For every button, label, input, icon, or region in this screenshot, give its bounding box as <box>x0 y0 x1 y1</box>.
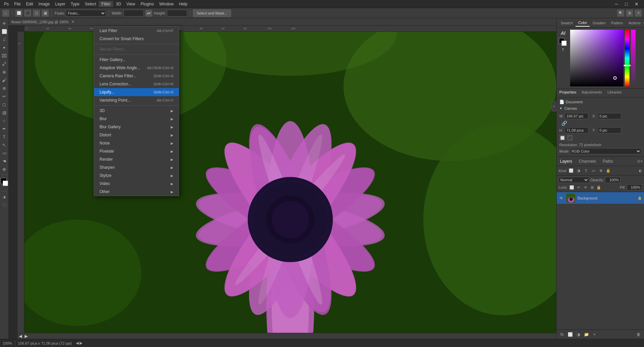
move-tool[interactable]: ✛ <box>1 20 8 27</box>
delete-layer-btn[interactable]: 🗑 <box>635 331 642 338</box>
layer-visibility-eye[interactable]: 👁 <box>559 195 564 201</box>
filter-menu-camera[interactable]: Camera Raw Filter... Shift+Ctrl+A <box>94 72 179 80</box>
select-mask-btn[interactable]: Select and Mask... <box>193 9 231 17</box>
filter-menu-pixelate[interactable]: Pixelate ▶ <box>94 147 179 155</box>
canvas-y-input[interactable] <box>598 127 621 133</box>
shape-tool[interactable]: ▭ <box>1 149 8 157</box>
tab-paths[interactable]: Paths <box>599 158 617 165</box>
status-arrows[interactable]: ◀ ▶ <box>75 341 84 345</box>
filter-toggle[interactable]: ◐ <box>639 169 642 172</box>
menu-layer[interactable]: Layer <box>52 1 68 7</box>
add-mask-btn[interactable]: ⬜ <box>567 331 573 338</box>
filter-menu-other[interactable]: Other ▶ <box>94 188 179 196</box>
height-input[interactable] <box>167 10 187 17</box>
lock-paint-btn[interactable]: ✏ <box>576 184 582 190</box>
filter-menu-stylize[interactable]: Stylize ▶ <box>94 171 179 180</box>
tab-color[interactable]: Color <box>576 19 590 27</box>
add-style-btn[interactable]: fx <box>559 331 565 338</box>
filter-shape-btn[interactable]: ▭ <box>590 168 596 174</box>
filter-menu-smart[interactable]: Convert for Smart Filters <box>94 35 179 43</box>
scroll-right[interactable]: ▶ <box>23 334 29 339</box>
lock-trans-btn[interactable]: ⬜ <box>569 184 575 190</box>
document-section-header[interactable]: 📄 Document <box>559 100 641 104</box>
share-icon[interactable]: ↗ <box>635 9 642 17</box>
canvas-x-input[interactable] <box>598 113 621 119</box>
menu-help[interactable]: Help <box>176 1 190 7</box>
filter-smart-btn[interactable]: ⊕ <box>598 168 604 174</box>
lock-artboard-btn[interactable]: ⊞ <box>589 184 595 190</box>
mask-mode[interactable]: ◑ <box>1 193 8 201</box>
tab-pattern[interactable]: Pattern <box>609 20 626 26</box>
color-gradient-picker[interactable] <box>570 30 623 86</box>
menu-type[interactable]: Type <box>68 1 82 7</box>
color-opacity-strip[interactable] <box>631 30 636 86</box>
filter-menu-neural[interactable]: Neural Filters... <box>94 45 179 53</box>
menu-view[interactable]: View <box>124 1 138 7</box>
selection-tool[interactable]: ⬜ <box>15 9 23 17</box>
menu-window[interactable]: Window <box>157 1 176 7</box>
filter-menu-distort[interactable]: Distort ▶ <box>94 131 179 139</box>
history-tool[interactable]: ↩ <box>1 92 8 100</box>
filter-menu-sharpen[interactable]: Sharpen ▶ <box>94 163 179 171</box>
menu-select[interactable]: Select <box>82 1 99 7</box>
panel-collapse-btn[interactable]: » <box>552 101 556 111</box>
menu-3d[interactable]: 3D <box>113 1 123 7</box>
filter-menu-blur-gallery[interactable]: Blur Gallery ▶ <box>94 123 179 131</box>
add-group-btn[interactable]: 📁 <box>583 331 590 338</box>
close-btn[interactable]: ✕ <box>632 1 641 7</box>
opacity-input[interactable] <box>605 177 620 183</box>
tab-channels[interactable]: Channels <box>576 158 599 165</box>
menu-image[interactable]: Image <box>36 1 52 7</box>
lock-position-btn[interactable]: ✛ <box>582 184 588 190</box>
filter-menu-video[interactable]: Video ▶ <box>94 180 179 188</box>
lock-all-btn[interactable]: 🔒 <box>596 184 602 190</box>
tab-properties[interactable]: Properties <box>557 89 579 97</box>
filter-menu-noise[interactable]: Noise ▶ <box>94 139 179 147</box>
search-icon[interactable]: 🔍 <box>617 9 624 17</box>
filter-menu-last[interactable]: Last Filter Alt+Ctrl+F <box>94 27 179 35</box>
filter-adj-btn[interactable]: ◑ <box>576 168 582 174</box>
filter-menu-blur[interactable]: Blur ▶ <box>94 115 179 123</box>
tab-actions[interactable]: Actions <box>626 20 643 26</box>
width-input[interactable] <box>123 10 144 17</box>
layers-panel-menu[interactable]: ≡ <box>641 159 643 163</box>
marquee-tool[interactable]: ⬛ <box>24 9 31 17</box>
canvas-tab-close[interactable]: ✕ <box>72 20 74 24</box>
filter-menu-gallery[interactable]: Filter Gallery... <box>94 56 179 64</box>
bg-color-swatch[interactable] <box>561 41 567 46</box>
tab-layers[interactable]: Layers <box>557 158 576 165</box>
screen-mode[interactable]: ⬛ <box>1 201 8 209</box>
magic-tool[interactable]: ▦ <box>41 9 49 17</box>
filter-menu-vanishing[interactable]: Vanishing Point... Alt+Ctrl+V <box>94 96 179 104</box>
portrait-btn[interactable]: ⬜ <box>559 135 565 141</box>
canvas-section-header[interactable]: ▼ Canvas <box>559 106 641 110</box>
menu-ps[interactable]: Ps <box>1 1 11 7</box>
filter-menu-render[interactable]: Render ▶ <box>94 155 179 163</box>
mode-select[interactable]: RGB Color <box>570 148 641 154</box>
hue-gradient[interactable] <box>625 30 629 86</box>
filter-menu-liquify[interactable]: Liquify... Shift+Ctrl+X <box>94 88 179 96</box>
color-saturation-value[interactable] <box>570 30 623 86</box>
menu-filter[interactable]: Filter <box>99 1 113 7</box>
eraser-tool[interactable]: ◻ <box>1 101 8 108</box>
menu-edit[interactable]: Edit <box>23 1 36 7</box>
add-layer-btn[interactable]: + <box>591 331 598 338</box>
type-tool[interactable]: T <box>1 133 8 140</box>
canvas-h-input[interactable] <box>565 127 588 133</box>
chain-icon[interactable]: 🔗 <box>561 121 567 126</box>
menu-file[interactable]: File <box>11 1 23 7</box>
minimize-btn[interactable]: ─ <box>612 1 621 7</box>
maximize-btn[interactable]: □ <box>622 1 631 7</box>
filter-lock-btn[interactable]: 🔒 <box>605 168 611 174</box>
path-select-tool[interactable]: ↖ <box>1 141 8 149</box>
tab-swatch[interactable]: Swatch <box>558 20 576 26</box>
canvas-w-input[interactable] <box>565 113 588 119</box>
home-btn[interactable]: ⌂ <box>2 9 9 17</box>
spot-heal-tool[interactable]: ⊕ <box>1 68 8 76</box>
zoom-tool[interactable]: ⊕ <box>1 165 8 173</box>
add-adjustment-btn[interactable]: ◑ <box>575 331 582 338</box>
filter-menu-adaptive[interactable]: Adaptive Wide Angle... Alt+Shift+Ctrl+A <box>94 64 179 72</box>
landscape-btn[interactable]: ⬛ <box>567 135 573 141</box>
dodge-tool[interactable]: ○ <box>1 117 8 124</box>
pen-tool[interactable]: ✒ <box>1 125 8 132</box>
